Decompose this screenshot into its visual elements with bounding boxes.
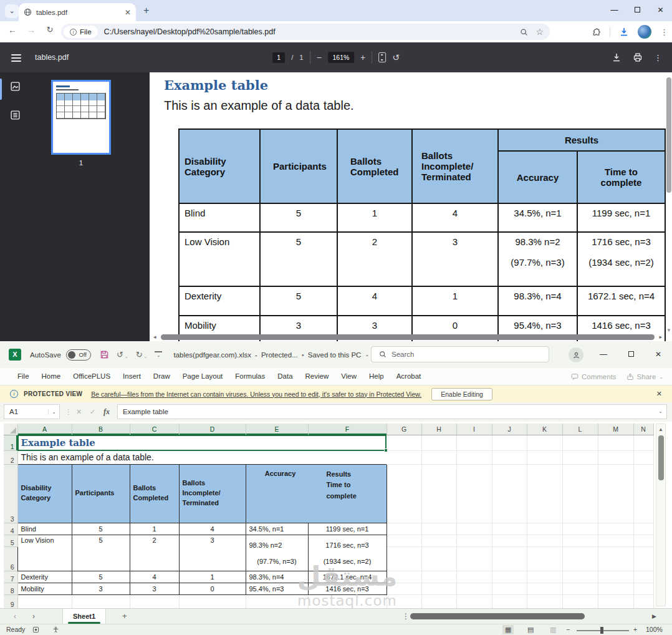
empty-cell[interactable] — [386, 571, 421, 583]
enable-editing-button[interactable]: Enable Editing — [431, 388, 492, 400]
column-header-f[interactable]: F — [308, 424, 386, 435]
empty-cell[interactable] — [562, 523, 598, 535]
row-header-9[interactable]: 9 — [4, 594, 17, 608]
extensions-icon[interactable] — [592, 27, 601, 37]
empty-cell[interactable] — [456, 523, 492, 535]
column-header-c[interactable]: C — [130, 424, 179, 435]
column-header-d[interactable]: D — [179, 424, 246, 435]
sheet-header-ballots-incomplete[interactable]: Ballots Incomplete/ Terminated — [179, 464, 246, 523]
ribbon-tab-insert[interactable]: Insert — [117, 368, 147, 385]
share-button[interactable]: Share ⌄ — [626, 373, 663, 381]
empty-cell[interactable] — [72, 594, 130, 608]
downloads-icon[interactable] — [619, 27, 629, 37]
empty-cell[interactable] — [386, 450, 421, 464]
confirm-entry-icon[interactable]: ✓ — [90, 402, 95, 422]
empty-cell[interactable] — [386, 583, 421, 594]
rotate-icon[interactable]: ↺ — [392, 52, 400, 62]
empty-cell[interactable] — [246, 594, 308, 608]
empty-cell[interactable] — [456, 450, 492, 464]
column-header-h[interactable]: H — [421, 424, 456, 435]
empty-cell[interactable] — [633, 523, 653, 535]
macro-record-icon[interactable] — [32, 624, 39, 633]
empty-cell[interactable] — [633, 450, 653, 464]
empty-cell[interactable] — [421, 523, 456, 535]
empty-cell[interactable] — [598, 450, 633, 464]
column-header-m[interactable]: M — [598, 424, 633, 435]
forward-button[interactable]: → — [24, 25, 39, 35]
save-status-chevron-icon[interactable]: ⌄ — [365, 352, 369, 357]
empty-cell[interactable] — [456, 435, 492, 450]
autosave-toggle[interactable]: Off — [66, 349, 91, 361]
empty-cell[interactable] — [421, 450, 456, 464]
empty-cell[interactable] — [633, 546, 653, 571]
empty-cell[interactable] — [456, 571, 492, 583]
grid-scroll-right-icon[interactable]: ▶ — [652, 609, 656, 624]
empty-cell[interactable] — [17, 594, 72, 608]
column-header-k[interactable]: K — [527, 424, 562, 435]
empty-cell[interactable] — [308, 594, 386, 608]
saved-status[interactable]: Saved to this PC — [308, 351, 362, 359]
url-scheme-chip[interactable]: i File — [64, 26, 98, 38]
excel-maximize-button[interactable] — [617, 341, 645, 368]
zoom-slider[interactable] — [577, 630, 629, 631]
fill-handle[interactable] — [384, 448, 388, 452]
empty-cell[interactable] — [633, 435, 653, 450]
empty-cell[interactable] — [492, 571, 527, 583]
row-header-1[interactable]: 1 — [4, 435, 17, 450]
protected-bar-close-icon[interactable]: ✕ — [656, 390, 662, 398]
empty-cell[interactable] — [598, 571, 633, 583]
empty-cell[interactable] — [562, 583, 598, 594]
sheet-prev-icon[interactable]: ‹ — [14, 609, 16, 624]
column-header-n[interactable]: N — [633, 424, 653, 435]
column-header-j[interactable]: J — [492, 424, 527, 435]
zoom-in-button[interactable]: + — [360, 52, 365, 62]
browser-menu-icon[interactable]: ⋮ — [660, 27, 668, 37]
ribbon-tab-file[interactable]: File — [11, 368, 36, 385]
name-box-chevron-icon[interactable]: ⌄ — [48, 409, 59, 415]
empty-cell[interactable] — [421, 571, 456, 583]
column-header-i[interactable]: I — [456, 424, 492, 435]
pdf-scroll-left-icon[interactable]: ◂ — [153, 334, 156, 340]
new-tab-button[interactable]: + — [143, 5, 149, 16]
empty-cell[interactable] — [456, 546, 492, 571]
empty-cell[interactable] — [633, 571, 653, 583]
empty-cell[interactable] — [421, 583, 456, 594]
excel-minimize-button[interactable]: — — [590, 341, 617, 368]
empty-cell[interactable] — [527, 450, 562, 464]
status-zoom-in-button[interactable]: + — [633, 624, 637, 635]
empty-cell[interactable] — [421, 594, 456, 608]
pdf-menu-icon[interactable] — [11, 52, 21, 64]
empty-cell[interactable] — [421, 535, 456, 546]
row-header-8[interactable]: 8 — [4, 583, 17, 594]
empty-cell[interactable] — [527, 435, 562, 450]
empty-cell[interactable] — [598, 546, 633, 571]
empty-cell[interactable] — [492, 583, 527, 594]
empty-cell[interactable] — [562, 546, 598, 571]
empty-cell[interactable] — [456, 535, 492, 546]
add-sheet-icon[interactable]: + — [122, 609, 127, 624]
empty-cell[interactable] — [527, 571, 562, 583]
empty-cell[interactable] — [598, 464, 633, 523]
empty-cell[interactable] — [527, 535, 562, 546]
empty-cell[interactable] — [492, 523, 527, 535]
page-thumbnail[interactable] — [51, 80, 111, 155]
empty-cell[interactable] — [562, 535, 598, 546]
empty-cell[interactable] — [598, 535, 633, 546]
column-header-l[interactable]: L — [562, 424, 598, 435]
ribbon-tab-view[interactable]: View — [335, 368, 363, 385]
empty-cell[interactable] — [598, 435, 633, 450]
column-header-g[interactable]: G — [386, 424, 421, 435]
empty-cell[interactable] — [130, 594, 179, 608]
empty-cell[interactable] — [633, 464, 653, 523]
ribbon-tab-data[interactable]: Data — [271, 368, 299, 385]
empty-cell[interactable] — [527, 594, 562, 608]
empty-cell[interactable] — [386, 435, 421, 450]
browser-minimize-button[interactable]: — — [603, 0, 626, 21]
pdf-download-icon[interactable] — [612, 52, 622, 62]
empty-cell[interactable] — [386, 594, 421, 608]
empty-cell[interactable] — [456, 464, 492, 523]
address-bar[interactable]: i File C:/Users/nayel/Desktop/pdf%20samp… — [61, 24, 550, 40]
search-input[interactable]: Search — [371, 346, 549, 362]
customize-toolbar-icon[interactable]: ⌄ — [155, 351, 162, 358]
pdf-horizontal-scrollbar[interactable]: ◂ ▸ — [153, 334, 662, 340]
